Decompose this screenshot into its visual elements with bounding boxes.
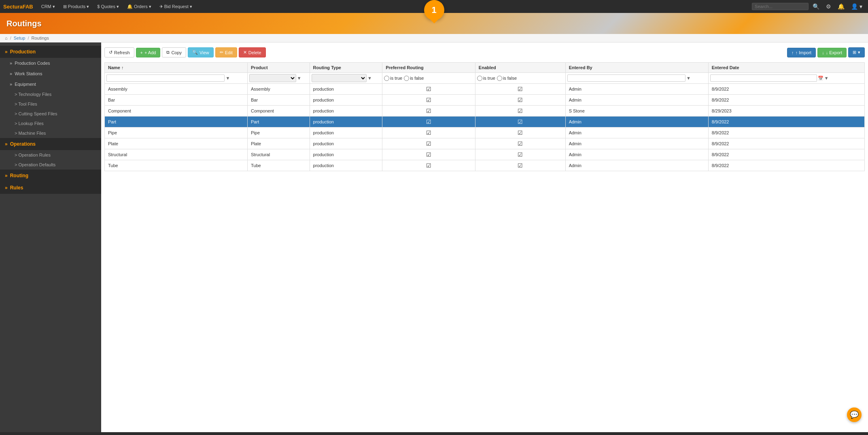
export-icon: ↓: [822, 50, 824, 55]
col-routing-type[interactable]: Routing Type: [310, 63, 382, 73]
sidebar-item-work-stations[interactable]: » Work Stations: [0, 68, 101, 79]
filter-date-calendar-icon[interactable]: 📅: [818, 76, 823, 81]
col-entered-date[interactable]: Entered Date: [708, 63, 864, 73]
col-product[interactable]: Product: [248, 63, 310, 73]
filter-product-select[interactable]: [249, 74, 296, 82]
col-enabled[interactable]: Enabled: [475, 63, 565, 73]
arrow-icon: »: [10, 71, 12, 76]
search-icon[interactable]: 🔍: [810, 3, 822, 10]
user-icon[interactable]: 👤 ▾: [849, 3, 865, 10]
nav-quotes[interactable]: $ Quotes ▾: [94, 2, 122, 11]
import-icon: ↑: [792, 50, 794, 55]
sidebar-item-equipment[interactable]: » Equipment: [0, 79, 101, 89]
cell-name: Component: [105, 106, 248, 117]
checkbox-icon: [426, 153, 431, 157]
chat-bubble[interactable]: 💬: [847, 407, 862, 422]
table-body: Assembly Assembly production Admin 8/9/2…: [105, 84, 865, 171]
table-row[interactable]: Part Part production Admin 8/9/2022: [105, 117, 865, 127]
checkbox-icon: [518, 109, 523, 114]
sidebar-item-cutting-speed-files[interactable]: > Cutting Speed Files: [0, 109, 101, 119]
cell-entered-date: 8/9/2022: [708, 160, 864, 171]
checkbox-icon: [518, 153, 523, 157]
copy-button[interactable]: ⧉ Copy: [162, 47, 186, 57]
filter-routing-type-select[interactable]: [312, 74, 367, 82]
cell-name: Structural: [105, 149, 248, 160]
table-row[interactable]: Tube Tube production Admin 8/9/2022: [105, 160, 865, 171]
nav-bid-request[interactable]: ✈ Bid Request ▾: [156, 2, 195, 11]
export-button[interactable]: ↓ ↓ Export: [817, 48, 847, 57]
home-icon[interactable]: ⌂: [5, 36, 8, 40]
table-header-row: Name ↑ Product Routing Type Preferred Ro…: [105, 63, 865, 73]
table-row[interactable]: Plate Plate production Admin 8/9/2022: [105, 138, 865, 149]
sidebar-item-machine-files[interactable]: > Machine Files: [0, 128, 101, 138]
filter-name-icon[interactable]: ▼: [225, 76, 230, 81]
view-button[interactable]: 🔍 View: [188, 47, 214, 57]
sidebar-section-rules[interactable]: » Rules: [0, 182, 101, 194]
sidebar-item-lookup-files[interactable]: > Lookup Files: [0, 119, 101, 128]
col-entered-by[interactable]: Entered By: [565, 63, 708, 73]
cell-routing-type: production: [310, 106, 382, 117]
sidebar-section-operations[interactable]: » Operations: [0, 138, 101, 150]
filter-entered-by-icon[interactable]: ▼: [686, 76, 691, 81]
table-row[interactable]: Component Component production S Stone 8…: [105, 106, 865, 117]
arrow-icon: >: [15, 153, 17, 157]
cell-product: Pipe: [248, 127, 310, 138]
cell-product: Structural: [248, 149, 310, 160]
sidebar-section-routing[interactable]: » Routing: [0, 170, 101, 182]
filter-routing-type-icon[interactable]: ▼: [367, 76, 372, 81]
cell-preferred-routing: [382, 138, 475, 149]
nav-orders[interactable]: 🔔 Orders ▾: [124, 2, 155, 11]
copy-icon: ⧉: [166, 50, 170, 55]
filter-enabled-true[interactable]: [477, 76, 482, 81]
nav-products[interactable]: ⊞ Products ▾: [60, 2, 93, 11]
filter-preferred-true[interactable]: [384, 76, 389, 81]
cell-name: Part: [105, 117, 248, 127]
notification-bubble: 1: [424, 0, 444, 20]
filter-preferred-false[interactable]: [404, 76, 409, 81]
table-row[interactable]: Assembly Assembly production Admin 8/9/2…: [105, 84, 865, 95]
sidebar-item-operation-rules[interactable]: > Operation Rules: [0, 150, 101, 160]
table-row[interactable]: Structural Structural production Admin 8…: [105, 149, 865, 160]
col-name[interactable]: Name ↑: [105, 63, 248, 73]
settings-icon[interactable]: ⚙: [823, 3, 834, 10]
table-row[interactable]: Bar Bar production Admin 8/9/2022: [105, 95, 865, 106]
add-icon: +: [140, 50, 143, 55]
cell-preferred-routing: [382, 149, 475, 160]
cell-entered-date: 8/9/2022: [708, 117, 864, 127]
page-title: Routings: [6, 19, 42, 28]
breadcrumb-setup[interactable]: Setup: [14, 36, 25, 40]
checkbox-icon: [426, 142, 431, 146]
sidebar-item-tool-files[interactable]: > Tool Files: [0, 99, 101, 109]
table-row[interactable]: Pipe Pipe production Admin 8/9/2022: [105, 127, 865, 138]
columns-button[interactable]: ⊞ ▾: [848, 47, 865, 57]
sidebar-item-technology-files[interactable]: > Technology Files: [0, 89, 101, 99]
add-button[interactable]: + + Add: [136, 48, 161, 57]
filter-enabled-false[interactable]: [497, 76, 502, 81]
checkbox-icon: [518, 87, 523, 92]
delete-button[interactable]: ✕ Delete: [239, 47, 266, 57]
filter-entered-date-input[interactable]: [710, 74, 817, 82]
sidebar-section-production[interactable]: » Production: [0, 46, 101, 58]
sidebar-item-operation-defaults[interactable]: > Operation Defaults: [0, 160, 101, 170]
edit-button[interactable]: ✏ Edit: [215, 47, 237, 57]
filter-enabled: is true is false: [477, 76, 564, 81]
cell-entered-date: 8/29/2023: [708, 106, 864, 117]
filter-name-input[interactable]: [106, 74, 225, 82]
filter-date-icon[interactable]: ▼: [824, 76, 829, 81]
brand-logo[interactable]: SecturaFAB: [3, 4, 33, 10]
notifications-icon[interactable]: 🔔: [835, 3, 847, 10]
cell-entered-date: 8/9/2022: [708, 138, 864, 149]
filter-product-icon[interactable]: ▼: [297, 76, 301, 81]
arrow-icon: >: [15, 131, 17, 136]
import-button[interactable]: ↑ ↑ Import: [787, 48, 816, 57]
cell-entered-by: Admin: [565, 117, 708, 127]
filter-entered-by-input[interactable]: [567, 74, 685, 82]
checkbox-icon: [518, 98, 523, 103]
nav-crm[interactable]: CRM ▾: [38, 2, 58, 11]
delete-icon: ✕: [243, 50, 247, 55]
sidebar-item-production-codes[interactable]: » Production Codes: [0, 58, 101, 68]
search-input[interactable]: [752, 3, 809, 10]
cell-name: Assembly: [105, 84, 248, 95]
col-preferred-routing[interactable]: Preferred Routing: [382, 63, 475, 73]
refresh-button[interactable]: ↺ Refresh: [104, 47, 134, 57]
